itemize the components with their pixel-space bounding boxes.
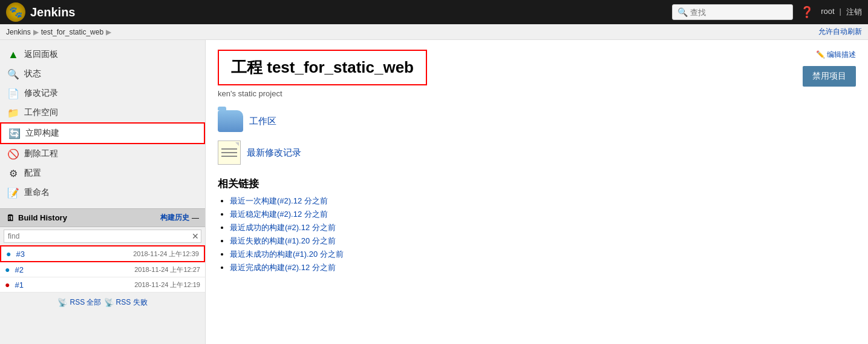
rss-all-link[interactable]: RSS 全部 [70, 297, 101, 308]
list-item: 最近稳定构建(#2).12 分之前 [230, 209, 856, 220]
project-title: 工程 test_for_static_web [231, 58, 414, 76]
related-links: 相关链接 最近一次构建(#2).12 分之前 最近稳定构建(#2).12 分之前… [218, 177, 856, 273]
user-link[interactable]: root [821, 7, 834, 18]
header: 🐾 Jenkins 🔍 ❓ root | 注销 [0, 0, 868, 24]
sidebar-item-status[interactable]: 🔍 状态 [0, 64, 205, 84]
disable-project-button[interactable]: 禁用项目 [803, 66, 856, 87]
sidebar-link-configure[interactable]: ⚙ 配置 [7, 167, 198, 179]
breadcrumb-project[interactable]: test_for_static_web [41, 28, 103, 36]
breadcrumb: Jenkins ▶ test_for_static_web ▶ 允许自动刷新 [0, 24, 868, 40]
related-link-1[interactable]: 最近稳定构建(#2).12 分之前 [230, 210, 328, 219]
list-item: 最近成功的构建(#2).12 分之前 [230, 222, 856, 233]
sidebar-link-status[interactable]: 🔍 状态 [7, 68, 198, 80]
jenkins-logo-icon: 🐾 [6, 2, 25, 22]
related-link-4[interactable]: 最近未成功的构建(#1).20 分之前 [230, 250, 344, 259]
search-box[interactable]: 🔍 [672, 4, 793, 20]
sidebar-link-delete[interactable]: 🚫 删除工程 [7, 148, 198, 160]
project-name: test_for_static_web [267, 58, 414, 76]
sidebar-link-changes[interactable]: 📄 修改记录 [7, 87, 198, 99]
sidebar-label-back: 返回面板 [24, 49, 58, 60]
search-icon: 🔍 [677, 7, 688, 17]
header-title: Jenkins [30, 5, 75, 19]
list-item: 最近未成功的构建(#1).20 分之前 [230, 249, 856, 260]
build-history-icon: 🗓 [6, 213, 15, 223]
build-status-icon-3: ● [6, 249, 11, 259]
sidebar-label-workspace: 工作空间 [24, 107, 58, 118]
build-item-2[interactable]: ● #2 2018-11-24 上午12:27 [0, 262, 205, 277]
breadcrumb-jenkins[interactable]: Jenkins [6, 28, 31, 36]
header-left: 🐾 Jenkins [6, 2, 75, 22]
separator: | [840, 7, 841, 18]
sidebar-link-workspace[interactable]: 📁 工作空间 [7, 107, 198, 119]
header-links: root | 注销 [821, 7, 862, 18]
rss-all-icon: 📡 [57, 298, 67, 307]
workspace-row: 工作区 [218, 110, 856, 132]
workspace-folder-icon [218, 110, 243, 132]
project-prefix: 工程 [231, 58, 267, 76]
build-link-3[interactable]: #3 [16, 250, 24, 259]
auto-refresh-link[interactable]: 允许自动刷新 [818, 27, 862, 37]
build-link-1[interactable]: #1 [15, 280, 23, 289]
sidebar-item-changes[interactable]: 📄 修改记录 [0, 84, 205, 103]
content: ✏️ 编辑描述 禁用项目 工程 test_for_static_web ken'… [206, 40, 868, 344]
changes-link[interactable]: 最新修改记录 [247, 147, 301, 159]
sidebar-link-rename[interactable]: 📝 重命名 [7, 187, 198, 199]
build-status-icon-1: ● [5, 280, 10, 289]
list-item: 最近一次构建(#2).12 分之前 [230, 196, 856, 207]
workspace-icon: 📁 [7, 107, 19, 119]
sidebar-item-configure[interactable]: ⚙ 配置 [0, 164, 205, 183]
sidebar-label-delete: 删除工程 [24, 148, 58, 159]
edit-icon: ✏️ [816, 50, 825, 59]
edit-desc-link[interactable]: ✏️ 编辑描述 [816, 50, 856, 60]
sidebar-label-configure: 配置 [24, 168, 41, 179]
build-history-link[interactable]: 构建历史 [160, 213, 189, 223]
build-time-3: 2018-11-24 上午12:39 [133, 250, 199, 259]
related-link-2[interactable]: 最近成功的构建(#2).12 分之前 [230, 223, 336, 232]
project-title-box: 工程 test_for_static_web [218, 50, 427, 85]
build-list: ● #3 2018-11-24 上午12:39 ● #2 2018-11-24 … [0, 245, 205, 293]
project-desc: ken's static project [218, 89, 856, 98]
breadcrumb-sep2: ▶ [106, 28, 111, 36]
build-search-input[interactable] [4, 230, 201, 243]
related-link-3[interactable]: 最近失败的构建(#1).20 分之前 [230, 236, 336, 245]
sidebar-label-rename: 重命名 [24, 187, 50, 198]
workspace-link[interactable]: 工作区 [249, 116, 276, 127]
content-actions: ✏️ 编辑描述 禁用项目 [803, 50, 856, 87]
sidebar-item-delete[interactable]: 🚫 删除工程 [0, 144, 205, 164]
list-item: 最近失败的构建(#1).20 分之前 [230, 236, 856, 246]
breadcrumb-sep1: ▶ [33, 28, 39, 36]
rename-icon: 📝 [7, 187, 19, 199]
build-history-title: 🗓 Build History [6, 213, 67, 223]
build-time-2: 2018-11-24 上午12:27 [134, 265, 200, 274]
rss-fail-icon: 📡 [104, 298, 114, 307]
changes-row: 最新修改记录 [218, 141, 856, 165]
sidebar-label-build-now: 立即构建 [25, 128, 59, 139]
build-now-icon: 🔄 [8, 127, 21, 139]
related-link-0[interactable]: 最近一次构建(#2).12 分之前 [230, 196, 328, 205]
build-item-1[interactable]: ● #1 2018-11-24 上午12:19 [0, 277, 205, 293]
main-layout: ▲ 返回面板 🔍 状态 📄 修改记录 📁 工作空间 [0, 40, 868, 344]
help-icon[interactable]: ❓ [800, 5, 814, 19]
logout-link[interactable]: 注销 [846, 7, 862, 18]
related-link-5[interactable]: 最近完成的构建(#2).12 分之前 [230, 263, 336, 272]
sidebar-link-back[interactable]: ▲ 返回面板 [7, 48, 198, 61]
sidebar-item-build-now[interactable]: 🔄 立即构建 [0, 122, 205, 144]
build-history-dash: — [192, 214, 199, 222]
sidebar-link-build-now[interactable]: 🔄 立即构建 [8, 127, 197, 139]
related-links-title: 相关链接 [218, 177, 856, 191]
header-right: 🔍 ❓ root | 注销 [672, 4, 862, 20]
search-input[interactable] [690, 8, 787, 17]
sidebar-item-workspace[interactable]: 📁 工作空间 [0, 103, 205, 122]
changes-note-icon [218, 141, 241, 165]
rss-fail-link[interactable]: RSS 失败 [116, 297, 148, 308]
sidebar-menu: ▲ 返回面板 🔍 状态 📄 修改记录 📁 工作空间 [0, 45, 205, 202]
build-history: 🗓 Build History 构建历史 — ✕ ● #3 2018-11-24… [0, 208, 205, 313]
sidebar-item-rename[interactable]: 📝 重命名 [0, 183, 205, 202]
rss-links: 📡 RSS 全部 📡 RSS 失败 [0, 293, 205, 313]
build-history-label: Build History [18, 213, 67, 222]
build-item-3[interactable]: ● #3 2018-11-24 上午12:39 [0, 245, 205, 262]
build-link-2[interactable]: #2 [15, 265, 23, 274]
sidebar-item-back[interactable]: ▲ 返回面板 [0, 45, 205, 64]
status-icon: 🔍 [7, 68, 19, 80]
build-search-clear-icon[interactable]: ✕ [192, 231, 199, 241]
